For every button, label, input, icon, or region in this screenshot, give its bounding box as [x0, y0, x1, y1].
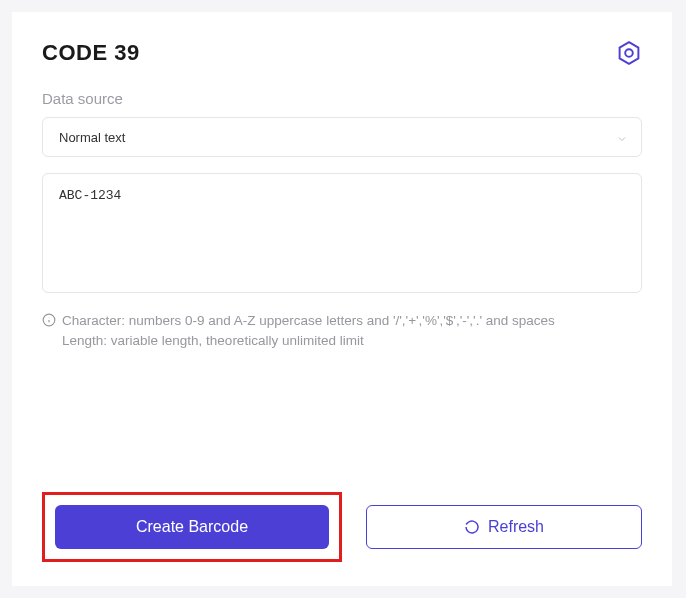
highlight-annotation: Create Barcode: [42, 492, 342, 562]
create-barcode-button[interactable]: Create Barcode: [55, 505, 329, 549]
barcode-card: CODE 39 Data source Normal text: [12, 12, 672, 586]
hint-line-characters: Character: numbers 0-9 and A-Z uppercase…: [62, 311, 555, 331]
hint-text: Character: numbers 0-9 and A-Z uppercase…: [42, 311, 642, 352]
button-row: Create Barcode Refresh: [42, 492, 642, 562]
info-icon: [42, 313, 56, 352]
refresh-button[interactable]: Refresh: [366, 505, 642, 549]
hint-content: Character: numbers 0-9 and A-Z uppercase…: [62, 311, 555, 352]
page-title: CODE 39: [42, 40, 140, 66]
refresh-button-label: Refresh: [488, 518, 544, 536]
settings-icon[interactable]: [616, 40, 642, 66]
data-source-label: Data source: [42, 90, 642, 107]
barcode-text-input[interactable]: [42, 173, 642, 293]
data-source-select-wrapper: Normal text: [42, 117, 642, 157]
create-button-label: Create Barcode: [136, 518, 248, 536]
hint-line-length: Length: variable length, theoretically u…: [62, 331, 555, 351]
card-header: CODE 39: [42, 40, 642, 66]
svg-marker-0: [620, 42, 639, 64]
data-source-select[interactable]: Normal text: [42, 117, 642, 157]
svg-point-1: [625, 49, 633, 57]
refresh-icon: [464, 519, 480, 535]
select-value: Normal text: [59, 130, 125, 145]
